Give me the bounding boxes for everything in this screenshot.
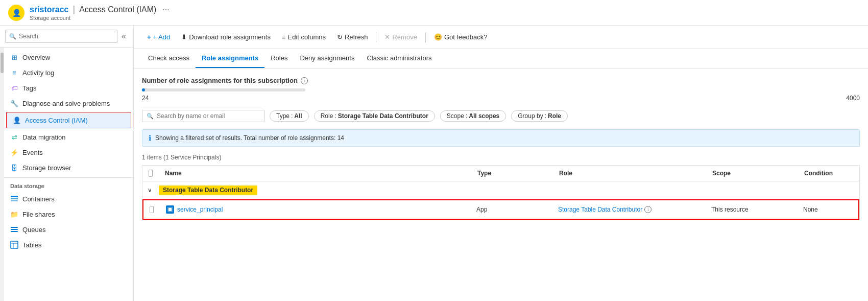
- table-header-condition: Condition: [798, 166, 859, 181]
- items-summary: 1 items (1 Service Principals): [142, 154, 860, 161]
- sidebar-item-overview[interactable]: ⊞ Overview: [4, 50, 133, 65]
- sidebar-item-label: File shares: [22, 211, 55, 218]
- sidebar-nav: ⊞ Overview ≡ Activity log 🏷 Tags 🔧 Diagn…: [4, 48, 133, 301]
- role-link[interactable]: Storage Table Data Contributor: [558, 206, 642, 213]
- sidebar-item-containers[interactable]: Containers: [4, 191, 133, 206]
- sidebar-item-tables[interactable]: Tables: [4, 237, 133, 252]
- sidebar-item-events[interactable]: ⚡ Events: [4, 145, 133, 160]
- wrench-icon: 🔧: [10, 99, 18, 107]
- search-icon: 🔍: [9, 33, 16, 40]
- tab-deny-assignments[interactable]: Deny assignments: [294, 49, 360, 68]
- type-filter-chip[interactable]: Type : All: [270, 110, 309, 122]
- role-count-section: Number of role assignments for this subs…: [142, 77, 860, 102]
- edit-columns-label: Edit columns: [288, 33, 326, 41]
- sidebar-item-label: Queues: [22, 226, 46, 234]
- sidebar-item-label: Diagnose and solve problems: [22, 100, 110, 107]
- sidebar-item-queues[interactable]: Queues: [4, 222, 133, 237]
- columns-icon: ≡: [282, 33, 286, 41]
- sidebar-item-fileshares[interactable]: 📁 File shares: [4, 206, 133, 222]
- download-button[interactable]: ⬇ Download role assignments: [176, 31, 276, 43]
- header-ellipsis[interactable]: ···: [162, 5, 169, 14]
- queues-icon: [10, 225, 18, 234]
- info-icon-role[interactable]: i: [301, 77, 308, 84]
- tab-classic-admins[interactable]: Classic administrators: [360, 49, 438, 68]
- header-checkbox[interactable]: [149, 170, 153, 177]
- sidebar-search-input[interactable]: [5, 30, 117, 43]
- row-type-cell: App: [470, 201, 552, 218]
- group-label: Group by: [518, 112, 543, 120]
- filter-search-box[interactable]: 🔍: [142, 110, 264, 122]
- content-body: Number of role assignments for this subs…: [134, 68, 868, 301]
- svg-rect-0: [11, 196, 18, 197]
- group-label: Storage Table Data Contributor: [159, 186, 257, 195]
- storage-icon: 🗄: [10, 164, 18, 172]
- grid-icon: ⊞: [10, 53, 18, 61]
- role-count-current: 24: [142, 95, 149, 102]
- download-icon: ⬇: [181, 33, 187, 41]
- groupby-filter-chip[interactable]: Group by : Role: [511, 110, 568, 122]
- edit-columns-button[interactable]: ≡ Edit columns: [277, 31, 331, 43]
- info-icon-role-row[interactable]: i: [644, 206, 652, 213]
- role-label: Role: [321, 112, 333, 120]
- tab-roles[interactable]: Roles: [264, 49, 294, 68]
- svg-rect-3: [11, 227, 18, 228]
- sidebar-item-iam[interactable]: 👤 Access Control (IAM): [6, 112, 131, 128]
- feedback-button[interactable]: 😊 Got feedback?: [429, 31, 493, 43]
- sidebar-scrollbar[interactable]: [0, 48, 4, 301]
- list-icon: ≡: [10, 68, 18, 77]
- row-scope-cell: This resource: [705, 201, 797, 218]
- table-header-name: Name: [159, 166, 471, 181]
- role-count-bar: [142, 88, 305, 91]
- tab-check-access[interactable]: Check access: [142, 49, 196, 68]
- fileshares-icon: 📁: [10, 210, 18, 218]
- sidebar-item-activity-log[interactable]: ≡ Activity log: [4, 65, 133, 80]
- group-label-cell: Storage Table Data Contributor: [159, 186, 859, 195]
- svg-rect-11: [168, 208, 172, 211]
- svg-rect-6: [11, 241, 18, 248]
- group-chevron[interactable]: ∨: [142, 184, 159, 196]
- search-name-email-input[interactable]: [157, 112, 249, 120]
- sidebar-item-data-migration[interactable]: ⇄ Data migration: [4, 129, 133, 145]
- filters-row: 🔍 Type : All Role : Storage Table Data C…: [142, 110, 860, 122]
- group-value: Role: [548, 112, 561, 120]
- sidebar-item-label: Tables: [22, 241, 42, 249]
- table-header-role: Role: [553, 166, 706, 181]
- row-checkbox[interactable]: [150, 206, 154, 213]
- tab-role-assignments[interactable]: Role assignments: [196, 49, 264, 68]
- sidebar-item-label: Events: [22, 149, 43, 156]
- header-resource-name[interactable]: sristoracc: [30, 5, 69, 14]
- sidebar-collapse-button[interactable]: «: [119, 31, 128, 42]
- sidebar-item-label: Overview: [22, 54, 50, 61]
- add-label: + Add: [153, 33, 171, 41]
- refresh-button[interactable]: ↻ Refresh: [332, 31, 373, 43]
- info-bar-message: Showing a filtered set of results. Total…: [155, 134, 344, 142]
- sidebar-item-diagnose[interactable]: 🔧 Diagnose and solve problems: [4, 96, 133, 111]
- scope-filter-chip[interactable]: Scope : All scopes: [440, 110, 506, 122]
- role-filter-chip[interactable]: Role : Storage Table Data Contributor: [314, 110, 435, 122]
- table-header-type: Type: [471, 166, 553, 181]
- role-count-max: 4000: [846, 95, 860, 102]
- tables-icon: [10, 241, 18, 249]
- svg-rect-2: [11, 200, 18, 201]
- svg-rect-1: [11, 198, 18, 199]
- sidebar-item-tags[interactable]: 🏷 Tags: [4, 80, 133, 96]
- sidebar-item-label: Containers: [22, 195, 55, 203]
- add-button[interactable]: + + Add: [142, 31, 175, 43]
- row-name-cell: service_principal: [160, 200, 470, 219]
- search-filter-icon: 🔍: [147, 113, 154, 120]
- info-bar: ℹ Showing a filtered set of results. Tot…: [142, 129, 860, 147]
- sidebar-search-container: 🔍 «: [0, 26, 133, 48]
- service-principal-link[interactable]: service_principal: [177, 206, 223, 213]
- tabs-container: Check access Role assignments Roles Deny…: [134, 49, 868, 68]
- role-count-values: 24 4000: [142, 95, 860, 102]
- sidebar-scrollbar-thumb: [1, 53, 4, 73]
- plus-icon: +: [147, 33, 151, 41]
- toolbar-divider: [376, 32, 376, 42]
- sidebar-item-storage-browser[interactable]: 🗄 Storage browser: [4, 160, 133, 175]
- app-icon: [166, 205, 174, 214]
- remove-button[interactable]: ✕ Remove: [379, 31, 422, 43]
- sidebar-item-label: Data migration: [22, 133, 66, 141]
- events-icon: ⚡: [10, 148, 18, 156]
- refresh-label: Refresh: [345, 33, 368, 41]
- sidebar-item-label: Tags: [22, 84, 36, 92]
